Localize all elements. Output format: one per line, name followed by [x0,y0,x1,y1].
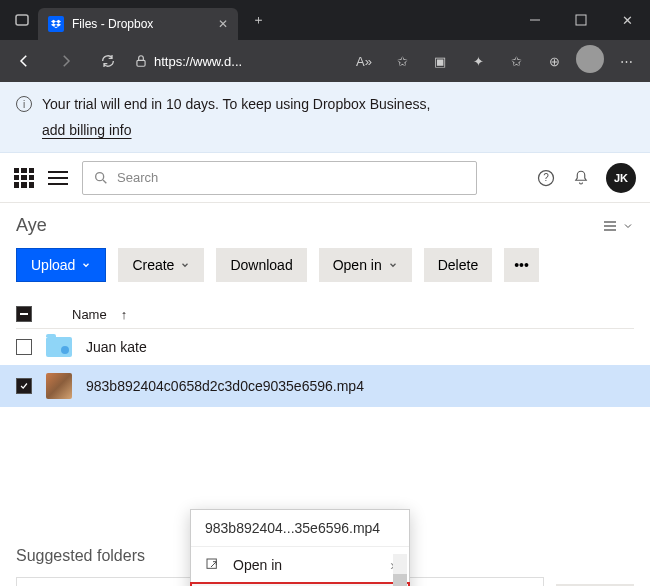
bell-icon[interactable] [572,169,590,187]
open-icon [205,557,221,573]
svg-line-5 [103,180,106,183]
app-header: Search ? JK [0,153,650,203]
forward-button[interactable] [50,45,82,77]
video-thumbnail [46,373,72,399]
download-button[interactable]: Download [216,248,306,282]
tab-title: Files - Dropbox [72,17,153,31]
browser-titlebar: Files - Dropbox ✕ ＋ ✕ [0,0,650,40]
more-icon[interactable]: ⋯ [610,45,642,77]
url-text: https://www.d... [154,54,242,69]
upload-button[interactable]: Upload [16,248,106,282]
browser-tab[interactable]: Files - Dropbox ✕ [38,8,238,40]
table-header: Name ↑ [16,300,634,329]
menu-icon[interactable] [48,171,68,185]
more-actions-button[interactable]: ••• [504,248,539,282]
svg-point-4 [96,172,104,180]
favorites-icon[interactable]: ✩ [500,45,532,77]
table-row[interactable]: 983b892404c0658d2c3d0ce9035e6596.mp4 [0,365,650,407]
trial-banner: i Your trial will end in 10 days. To kee… [0,82,650,153]
help-icon[interactable]: ? [536,168,556,188]
close-tab-icon[interactable]: ✕ [218,17,228,31]
search-input[interactable]: Search [82,161,477,195]
info-icon: i [16,96,32,112]
file-name[interactable]: 983b892404c0658d2c3d0ce9035e6596.mp4 [86,378,364,394]
column-name[interactable]: Name [72,307,107,322]
open-in-button[interactable]: Open in [319,248,412,282]
close-window-button[interactable]: ✕ [604,0,650,40]
delete-button[interactable]: Delete [424,248,492,282]
collections-icon[interactable]: ⊕ [538,45,570,77]
extensions-icon[interactable]: ✦ [462,45,494,77]
svg-text:?: ? [543,172,549,183]
sort-up-icon: ↑ [121,307,128,322]
banner-text: Your trial will end in 10 days. To keep … [42,96,430,112]
address-bar[interactable]: https://www.d... [134,54,338,69]
read-aloud-icon[interactable]: A» [348,45,380,77]
user-avatar[interactable]: JK [606,163,636,193]
create-button[interactable]: Create [118,248,204,282]
new-tab-button[interactable]: ＋ [244,6,272,34]
add-billing-link[interactable]: add billing info [42,122,634,138]
file-name[interactable]: Juan kate [86,339,147,355]
folder-icon [46,337,72,357]
tab-overview-button[interactable] [8,6,36,34]
profile-avatar[interactable] [576,45,604,73]
maximize-button[interactable] [558,0,604,40]
chevron-down-icon [180,260,190,270]
search-icon [93,170,109,186]
view-toggle[interactable] [602,218,634,234]
minimize-button[interactable] [512,0,558,40]
favorite-icon[interactable]: ✩ [386,45,418,77]
ctx-open-in[interactable]: Open in› [191,547,409,583]
context-title: 983b892404...35e6596.mp4 [191,510,409,547]
chevron-down-icon [388,260,398,270]
window-controls: ✕ [512,0,650,40]
content-area: Aye Upload Create Download Open in Delet… [0,203,650,586]
context-scrollbar[interactable] [393,554,407,586]
select-all-checkbox[interactable] [16,306,32,322]
svg-rect-0 [16,15,28,25]
app-grid-icon[interactable] [14,168,34,188]
extension-icon[interactable]: ▣ [424,45,456,77]
svg-rect-3 [137,60,145,66]
breadcrumb[interactable]: Aye [16,215,47,236]
dropbox-favicon [48,16,64,32]
row-checkbox[interactable] [16,339,32,355]
table-row[interactable]: Juan kate [16,329,634,365]
chevron-down-icon [81,260,91,270]
back-button[interactable] [8,45,40,77]
refresh-button[interactable] [92,45,124,77]
row-checkbox[interactable] [16,378,32,394]
lock-icon [134,54,148,68]
action-bar: Upload Create Download Open in Delete ••… [16,248,634,282]
chevron-down-icon [622,220,634,232]
search-placeholder: Search [117,170,158,185]
browser-toolbar: https://www.d... A» ✩ ▣ ✦ ✩ ⊕ ⋯ [0,40,650,82]
svg-rect-2 [576,15,586,25]
context-menu: 983b892404...35e6596.mp4 Open in› Downlo… [190,509,410,586]
